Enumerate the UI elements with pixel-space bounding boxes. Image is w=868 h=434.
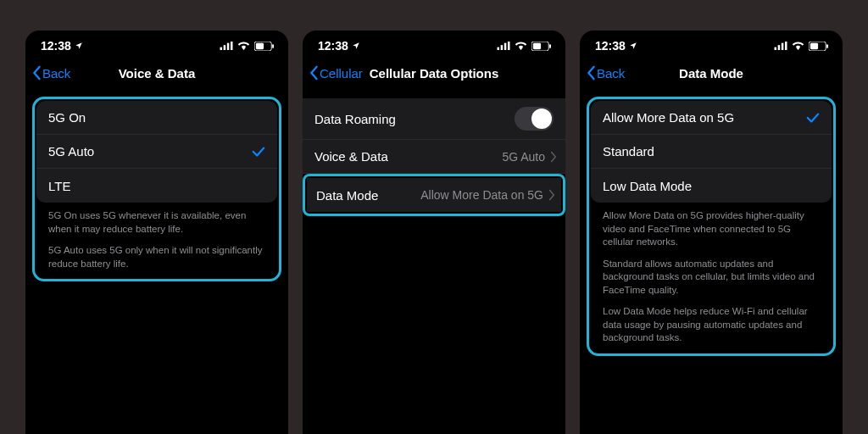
nav-bar: Back Data Mode (580, 58, 843, 92)
option-5g-on[interactable]: 5G On (36, 101, 277, 135)
row-data-roaming[interactable]: Data Roaming (303, 98, 565, 140)
option-standard[interactable]: Standard (591, 135, 832, 169)
nav-bar: Cellular Cellular Data Options (303, 58, 565, 92)
svg-rect-14 (775, 47, 777, 50)
option-label: LTE (48, 179, 70, 193)
chevron-right-icon (548, 189, 555, 201)
content: Data Roaming Voice & Data 5G Auto Data M… (303, 98, 565, 216)
location-icon (75, 42, 83, 50)
svg-rect-13 (549, 44, 551, 48)
option-label: Allow More Data on 5G (603, 110, 734, 125)
location-icon (629, 42, 637, 50)
row-voice-and-data[interactable]: Voice & Data 5G Auto (303, 140, 565, 174)
checkmark-icon (806, 112, 820, 124)
svg-rect-12 (533, 42, 541, 48)
phone-cellular-data-options: 12:38 Cellular Cellular Data Options (303, 31, 565, 434)
content: Allow More Data on 5G Standard Low Data … (580, 97, 843, 356)
svg-rect-8 (501, 45, 504, 50)
row-label: Data Roaming (314, 112, 396, 126)
location-icon (352, 42, 360, 50)
footer-text-1: 5G On uses 5G whenever it is available, … (36, 203, 277, 242)
highlight-box: Data Mode Allow More Data on 5G (303, 174, 565, 216)
svg-rect-1 (224, 45, 226, 50)
content: 5G On 5G Auto LTE 5G On uses 5G whenever… (25, 97, 288, 281)
chevron-left-icon (308, 65, 320, 81)
wifi-icon (792, 42, 804, 51)
phone-data-mode: 12:38 Back Data Mode (580, 31, 843, 434)
svg-rect-7 (498, 47, 500, 50)
svg-rect-19 (810, 42, 818, 48)
back-button[interactable]: Back (585, 65, 625, 81)
cellular-signal-icon (774, 42, 787, 50)
option-label: 5G Auto (48, 144, 94, 159)
footer-text-1: Allow More Data on 5G provides higher-qu… (591, 203, 832, 256)
status-bar: 12:38 (25, 31, 288, 58)
chevron-left-icon (31, 65, 42, 81)
battery-icon (531, 42, 552, 51)
row-value: Allow More Data on 5G (420, 188, 543, 202)
nav-bar: Back Voice & Data (25, 58, 288, 92)
status-time: 12:38 (595, 39, 626, 53)
footer-text-2: Standard allows automatic updates and ba… (591, 256, 832, 304)
svg-rect-20 (826, 44, 828, 48)
status-bar: 12:38 (303, 31, 565, 58)
highlight-box: Allow More Data on 5G Standard Low Data … (587, 97, 836, 356)
back-label: Back (597, 66, 625, 81)
status-time: 12:38 (41, 39, 71, 53)
footer-text-2: 5G Auto uses 5G only when it will not si… (36, 242, 277, 277)
option-allow-more-data[interactable]: Allow More Data on 5G (591, 101, 832, 135)
svg-rect-3 (231, 42, 233, 50)
option-label: 5G On (48, 110, 86, 125)
battery-icon (809, 42, 829, 51)
svg-rect-2 (227, 43, 230, 50)
option-label: Standard (603, 144, 654, 159)
phone-voice-and-data: 12:38 Back Voice & Data (25, 31, 288, 434)
checkmark-icon (252, 146, 265, 158)
option-5g-auto[interactable]: 5G Auto (36, 135, 277, 169)
svg-rect-0 (220, 47, 223, 50)
highlight-box: 5G On 5G Auto LTE 5G On uses 5G whenever… (32, 97, 281, 281)
chevron-left-icon (585, 65, 597, 81)
wifi-icon (515, 42, 527, 51)
status-bar: 12:38 (580, 31, 843, 58)
back-label: Back (42, 66, 70, 81)
battery-icon (254, 42, 275, 51)
wifi-icon (237, 42, 250, 51)
option-lte[interactable]: LTE (36, 169, 277, 203)
cellular-signal-icon (497, 42, 510, 50)
svg-rect-9 (504, 43, 507, 50)
toggle-knob (531, 108, 552, 129)
svg-rect-16 (782, 43, 784, 50)
status-time: 12:38 (318, 39, 348, 53)
back-label: Cellular (320, 66, 363, 81)
row-label: Data Mode (316, 188, 378, 203)
row-value: 5G Auto (502, 150, 545, 164)
svg-rect-10 (508, 42, 510, 50)
back-button[interactable]: Back (31, 65, 70, 81)
cellular-signal-icon (220, 42, 233, 50)
option-low-data-mode[interactable]: Low Data Mode (591, 169, 832, 203)
back-button[interactable]: Cellular (308, 65, 363, 81)
footer-text-3: Low Data Mode helps reduce Wi-Fi and cel… (591, 303, 832, 352)
option-label: Low Data Mode (603, 179, 692, 193)
svg-rect-17 (785, 42, 787, 50)
row-data-mode[interactable]: Data Mode Allow More Data on 5G (307, 178, 561, 212)
chevron-right-icon (550, 151, 557, 163)
row-label: Voice & Data (314, 149, 388, 164)
svg-rect-15 (778, 45, 781, 50)
svg-rect-6 (272, 44, 274, 48)
toggle-data-roaming[interactable] (515, 107, 554, 131)
svg-rect-5 (256, 42, 264, 48)
